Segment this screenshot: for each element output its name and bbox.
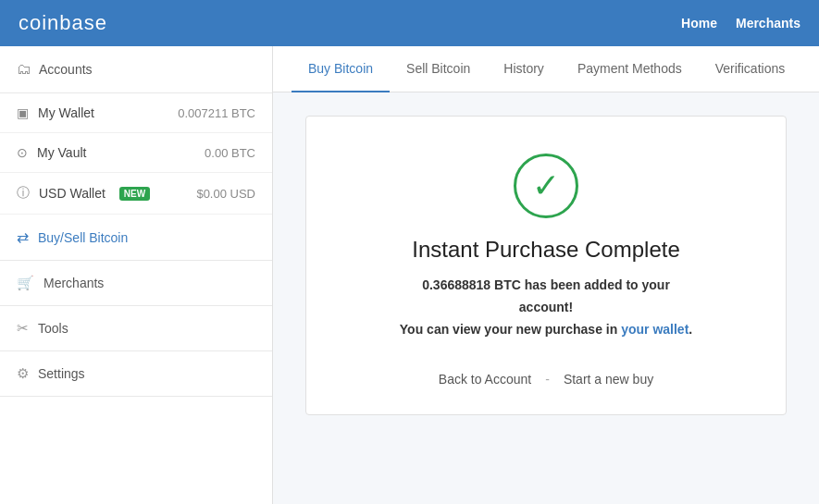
my-wallet-label: My Wallet [38, 105, 94, 120]
tab-sell-bitcoin[interactable]: Sell Bitcoin [390, 46, 487, 92]
accounts-label: Accounts [39, 62, 93, 77]
sidebar-nav-settings[interactable]: Settings [0, 351, 272, 397]
purchase-desc-line2: account! [519, 300, 573, 314]
sidebar-item-my-wallet[interactable]: My Wallet 0.007211 BTC [0, 93, 272, 133]
tab-buy-bitcoin[interactable]: Buy Bitcoin [292, 46, 390, 92]
purchase-title: Instant Purchase Complete [412, 237, 680, 263]
tools-label: Tools [38, 321, 68, 336]
your-wallet-link[interactable]: your wallet [621, 322, 689, 337]
purchase-sub: You can view your new purchase in your w… [400, 322, 692, 337]
back-to-account-link[interactable]: Back to Account [439, 372, 531, 387]
action-separator: - [545, 372, 550, 387]
layout: Accounts My Wallet 0.007211 BTC My Vault… [0, 46, 819, 504]
tab-history[interactable]: History [487, 46, 561, 92]
sidebar-nav-buy-sell[interactable]: Buy/Sell Bitcoin [0, 215, 272, 261]
sidebar: Accounts My Wallet 0.007211 BTC My Vault… [0, 46, 273, 504]
nav-home[interactable]: Home [681, 16, 717, 31]
settings-icon [17, 365, 29, 382]
usd-wallet-balance: $0.00 USD [196, 187, 255, 201]
sidebar-item-usd-wallet[interactable]: USD Wallet NEW $0.00 USD [0, 173, 272, 215]
buy-sell-label: Buy/Sell Bitcoin [38, 230, 128, 245]
sidebar-nav-tools[interactable]: Tools [0, 306, 272, 351]
usd-icon [17, 185, 30, 202]
nav-merchants[interactable]: Merchants [736, 16, 800, 31]
logo: coinbase [19, 11, 107, 35]
my-vault-balance: 0.00 BTC [205, 146, 255, 160]
sub-text-after: . [689, 322, 692, 337]
sidebar-item-my-vault[interactable]: My Vault 0.00 BTC [0, 133, 272, 173]
tabs-bar: Buy Bitcoin Sell Bitcoin History Payment… [273, 46, 819, 92]
exchange-icon [17, 228, 29, 246]
purchase-desc-line1: 0.36688818 BTC has been added to your [422, 277, 670, 292]
cabinet-icon [17, 61, 31, 78]
new-badge: NEW [119, 187, 150, 201]
merchants-label: Merchants [43, 276, 104, 290]
usd-wallet-label: USD Wallet [39, 186, 105, 201]
wallet-icon [17, 105, 29, 120]
content-area: ✓ Instant Purchase Complete 0.36688818 B… [273, 92, 819, 438]
my-vault-label: My Vault [37, 145, 86, 160]
header: coinbase Home Merchants [0, 0, 819, 46]
start-new-buy-link[interactable]: Start a new buy [564, 372, 653, 387]
settings-label: Settings [38, 366, 85, 381]
tab-verifications[interactable]: Verifications [699, 46, 801, 92]
card-actions: Back to Account - Start a new buy [439, 372, 653, 387]
tab-payment-methods[interactable]: Payment Methods [561, 46, 699, 92]
sub-text-before: You can view your new purchase in [400, 322, 621, 337]
header-nav: Home Merchants [681, 16, 800, 31]
checkmark-icon: ✓ [532, 169, 560, 203]
tools-icon [17, 320, 29, 337]
sidebar-nav-merchants[interactable]: Merchants [0, 261, 272, 306]
vault-icon [17, 145, 28, 160]
purchase-complete-card: ✓ Instant Purchase Complete 0.36688818 B… [305, 116, 787, 415]
main-content: Buy Bitcoin Sell Bitcoin History Payment… [273, 46, 819, 504]
cart-icon [17, 275, 34, 291]
my-wallet-balance: 0.007211 BTC [178, 106, 255, 120]
accounts-section: Accounts [0, 46, 272, 93]
success-icon: ✓ [514, 154, 578, 218]
